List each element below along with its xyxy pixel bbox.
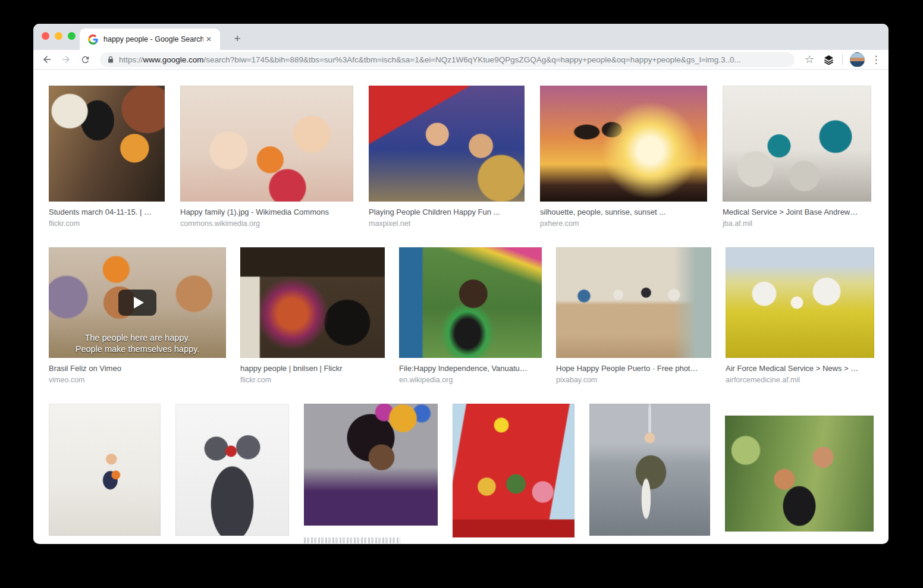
- results-row: Students march 04-11-15. | … flickr.com …: [49, 86, 889, 228]
- image-result-tile[interactable]: [725, 416, 874, 543]
- result-domain: airforcemedicine.af.mil: [726, 376, 874, 384]
- result-image[interactable]: [540, 86, 707, 202]
- result-caption: [725, 532, 874, 543]
- result-title[interactable]: Brasil Feliz on Vimeo: [49, 364, 226, 373]
- result-domain: vimeo.com: [49, 376, 226, 384]
- result-caption: [175, 536, 289, 543]
- url-host: www.google.com: [143, 55, 204, 64]
- new-tab-button[interactable]: +: [230, 31, 245, 46]
- result-image[interactable]: [49, 86, 165, 202]
- result-caption: Air Force Medical Service > News > … air…: [726, 358, 874, 384]
- result-caption: Brasil Feliz on Vimeo vimeo.com: [49, 358, 226, 384]
- zoom-window-button[interactable]: [68, 32, 76, 40]
- result-domain: jba.af.mil: [723, 219, 871, 228]
- browser-toolbar: https://www.google.com/search?biw=1745&b…: [33, 50, 889, 70]
- result-image[interactable]: [399, 247, 542, 358]
- extension-stack-icon[interactable]: [821, 52, 836, 67]
- result-title[interactable]: Medical Service > Joint Base Andrew…: [723, 207, 871, 216]
- back-button[interactable]: [39, 52, 55, 67]
- result-caption: [304, 526, 438, 543]
- result-image[interactable]: [725, 416, 874, 532]
- image-result-tile[interactable]: [453, 404, 574, 543]
- address-bar[interactable]: https://www.google.com/search?biw=1745&b…: [100, 52, 795, 67]
- result-image[interactable]: The people here are happy. People make t…: [49, 247, 226, 358]
- image-result-tile[interactable]: silhouette, people, sunrise, sunset ... …: [540, 86, 707, 228]
- chrome-menu-button[interactable]: ⋮: [868, 52, 884, 67]
- clipped-caption-placeholder: [304, 537, 400, 543]
- image-result-tile[interactable]: Hope Happy People Puerto · Free phot… pi…: [556, 247, 711, 384]
- result-domain: flickr.com: [240, 376, 385, 384]
- result-image[interactable]: [49, 404, 161, 536]
- result-caption: happy people | bnilsen | Flickr flickr.c…: [240, 358, 385, 384]
- result-image[interactable]: [726, 247, 874, 358]
- image-result-tile[interactable]: [589, 404, 710, 543]
- result-title[interactable]: silhouette, people, sunrise, sunset ...: [540, 207, 707, 216]
- result-caption: Students march 04-11-15. | … flickr.com: [49, 202, 165, 228]
- results-row: The people here are happy. People make t…: [49, 247, 889, 384]
- reload-button[interactable]: [77, 52, 93, 67]
- result-image[interactable]: [240, 247, 385, 358]
- image-result-tile[interactable]: The people here are happy. People make t…: [49, 247, 226, 384]
- result-image[interactable]: [589, 404, 710, 536]
- image-result-tile[interactable]: happy people | bnilsen | Flickr flickr.c…: [240, 247, 385, 384]
- result-caption: Playing People Children Happy Fun ... ma…: [369, 202, 525, 228]
- result-title[interactable]: File:Happy Independence, Vanuatu…: [399, 364, 542, 373]
- profile-avatar[interactable]: [850, 52, 865, 67]
- image-result-tile[interactable]: Students march 04-11-15. | … flickr.com: [49, 86, 165, 228]
- image-result-tile[interactable]: Playing People Children Happy Fun ... ma…: [369, 86, 525, 228]
- result-title[interactable]: Air Force Medical Service > News > …: [726, 364, 874, 373]
- result-domain: commons.wikimedia.org: [180, 219, 353, 228]
- image-result-tile[interactable]: Medical Service > Joint Base Andrew… jba…: [723, 86, 871, 228]
- result-title[interactable]: Playing People Children Happy Fun ...: [369, 207, 525, 216]
- video-subtitle-text: The people here are happy. People make t…: [51, 332, 224, 355]
- close-window-button[interactable]: [42, 32, 49, 40]
- video-play-button[interactable]: [118, 290, 156, 316]
- result-image[interactable]: [723, 86, 871, 202]
- result-caption: [49, 536, 161, 543]
- result-domain: flickr.com: [49, 219, 165, 228]
- image-result-tile[interactable]: Happy family (1).jpg - Wikimedia Commons…: [180, 86, 353, 228]
- result-caption: [453, 537, 574, 543]
- result-domain: en.wikipedia.org: [399, 376, 542, 384]
- url-text: https://www.google.com/search?biw=1745&b…: [119, 55, 741, 64]
- lock-icon: [107, 56, 114, 64]
- url-scheme: https://: [119, 55, 143, 64]
- image-result-tile[interactable]: [304, 404, 438, 543]
- image-result-tile[interactable]: File:Happy Independence, Vanuatu… en.wik…: [399, 247, 542, 384]
- result-title[interactable]: Hope Happy People Puerto · Free phot…: [556, 364, 711, 373]
- bookmark-star-button[interactable]: ☆: [802, 52, 817, 67]
- image-result-tile[interactable]: [175, 404, 289, 543]
- result-caption: File:Happy Independence, Vanuatu… en.wik…: [399, 358, 542, 384]
- toolbar-right-controls: ☆ ⋮: [798, 52, 884, 67]
- result-domain: pxhere.com: [540, 219, 707, 228]
- content-area[interactable]: Students march 04-11-15. | … flickr.com …: [33, 70, 889, 543]
- forward-button[interactable]: [58, 52, 74, 67]
- results-row: [49, 404, 889, 543]
- result-title[interactable]: happy people | bnilsen | Flickr: [240, 364, 385, 373]
- result-domain: maxpixel.net: [369, 219, 525, 228]
- result-image[interactable]: [175, 404, 289, 536]
- toolbar-separator: [842, 54, 843, 65]
- result-image[interactable]: [304, 404, 438, 526]
- url-path: /search?biw=1745&bih=889&tbs=sur%3Afc&tb…: [204, 55, 741, 64]
- result-title[interactable]: Students march 04-11-15. | …: [49, 207, 165, 216]
- result-image[interactable]: [453, 404, 574, 537]
- browser-window: happy people - Google Search ✕ + https:/…: [33, 24, 889, 544]
- minimize-window-button[interactable]: [55, 32, 62, 40]
- result-image[interactable]: [180, 86, 353, 202]
- image-results-grid: Students march 04-11-15. | … flickr.com …: [33, 70, 889, 543]
- image-result-tile[interactable]: [49, 404, 161, 543]
- google-favicon-icon: [88, 34, 98, 45]
- image-result-tile[interactable]: Air Force Medical Service > News > … air…: [726, 247, 874, 384]
- result-caption: Hope Happy People Puerto · Free phot… pi…: [556, 358, 711, 384]
- result-caption: silhouette, people, sunrise, sunset ... …: [540, 202, 707, 228]
- result-caption: Happy family (1).jpg - Wikimedia Commons…: [180, 202, 353, 228]
- result-image[interactable]: [556, 247, 711, 358]
- result-title[interactable]: Happy family (1).jpg - Wikimedia Commons: [180, 207, 353, 216]
- result-caption: [589, 536, 710, 543]
- browser-tab[interactable]: happy people - Google Search ✕: [80, 29, 220, 50]
- tab-close-icon[interactable]: ✕: [203, 34, 214, 45]
- result-domain: pixabay.com: [556, 376, 711, 384]
- traffic-lights: [42, 32, 76, 40]
- result-image[interactable]: [369, 86, 525, 202]
